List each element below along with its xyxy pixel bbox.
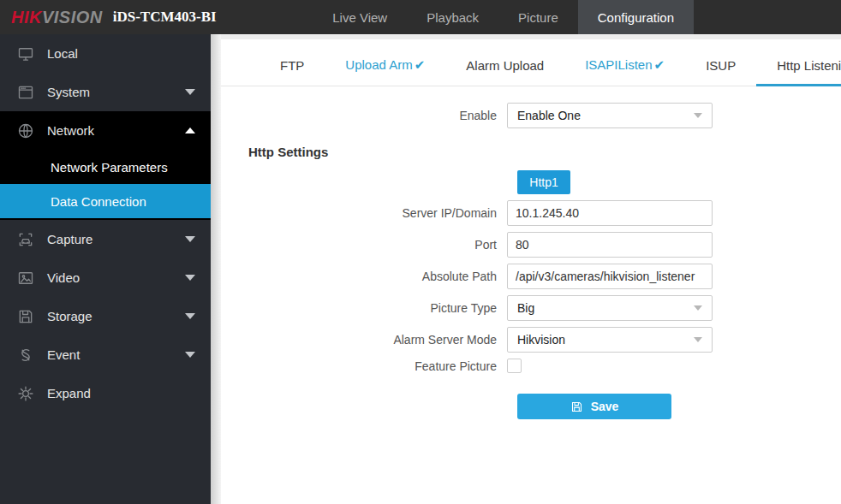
chevron-down-icon (694, 337, 702, 342)
tab-ftp[interactable]: FTP (259, 44, 325, 86)
feature-picture-checkbox[interactable] (507, 359, 522, 373)
monitor-icon (17, 45, 34, 62)
sidebar-item-event[interactable]: Event (0, 335, 211, 374)
chevron-down-icon (185, 313, 195, 319)
save-button-label: Save (591, 400, 619, 413)
picture-type-label: Picture Type (221, 301, 507, 315)
main-nav: Live View Playback Picture Configuration (313, 0, 694, 34)
tab-isup[interactable]: ISUP (685, 44, 756, 86)
sidebar-item-label: Local (47, 46, 78, 61)
port-label: Port (221, 238, 507, 252)
tab-upload-arm[interactable]: Upload Arm✔ (325, 44, 445, 86)
tab-http-listening[interactable]: Http Listening (756, 44, 841, 86)
window-icon (17, 84, 34, 101)
main-content: FTP Upload Arm✔ Alarm Upload ISAPIListen… (221, 34, 841, 504)
sidebar-item-label: Video (47, 270, 80, 285)
app-window: HIKVISION iDS-TCM403-BI Live View Playba… (0, 0, 841, 504)
save-icon (570, 400, 583, 413)
nav-configuration[interactable]: Configuration (578, 0, 694, 34)
gear-icon (17, 385, 34, 402)
chevron-down-icon (185, 275, 195, 281)
enable-label: Enable (221, 109, 507, 122)
hikvision-logo: HIKVISION (0, 0, 103, 34)
sidebar-item-label: Expand (47, 386, 91, 400)
picture-type-value: Big (517, 301, 534, 315)
section-title-http-settings: Http Settings (248, 145, 841, 159)
enable-select[interactable]: Enable One (507, 103, 713, 128)
port-input[interactable] (507, 232, 713, 258)
absolute-path-label: Absolute Path (221, 270, 507, 283)
sidebar-item-label: Network (47, 123, 94, 138)
picture-type-select[interactable]: Big (507, 295, 713, 321)
tab-isapilisten[interactable]: ISAPIListen✔ (564, 44, 685, 86)
sidebar-item-system[interactable]: System (0, 73, 211, 111)
save-button[interactable]: Save (517, 394, 671, 419)
alarm-server-mode-select[interactable]: Hikvision (507, 327, 713, 353)
sidebar: Local System Network Network Parameters (0, 34, 211, 504)
sidebar-item-network-parameters[interactable]: Network Parameters (0, 150, 211, 184)
sidebar-item-label: System (47, 85, 90, 99)
sidebar-item-video[interactable]: Video (0, 258, 211, 297)
sidebar-item-expand[interactable]: Expand (0, 374, 211, 412)
chevron-up-icon (185, 127, 195, 133)
server-ip-input[interactable] (507, 200, 713, 226)
check-icon: ✔ (415, 57, 426, 72)
enable-select-value: Enable One (517, 109, 581, 122)
vehicle-capture-icon (17, 231, 34, 248)
logo-vision: VISION (42, 8, 103, 27)
settings-tabs: FTP Upload Arm✔ Alarm Upload ISAPIListen… (221, 39, 841, 86)
image-icon (17, 270, 34, 287)
chevron-down-icon (185, 236, 195, 242)
logo-hik: HIK (11, 8, 42, 27)
content-panel: FTP Upload Arm✔ Alarm Upload ISAPIListen… (221, 39, 841, 504)
topbar: HIKVISION iDS-TCM403-BI Live View Playba… (0, 0, 841, 34)
sidebar-item-network[interactable]: Network (0, 111, 211, 150)
scrollbar[interactable] (211, 34, 221, 504)
globe-icon (17, 122, 34, 139)
alarm-server-mode-value: Hikvision (517, 333, 565, 347)
tab-alarm-upload[interactable]: Alarm Upload (445, 44, 564, 86)
nav-playback[interactable]: Playback (407, 0, 498, 34)
chevron-down-icon (185, 352, 195, 358)
floppy-disk-icon (17, 308, 34, 325)
http1-button[interactable]: Http1 (517, 170, 570, 194)
chevron-down-icon (694, 113, 702, 118)
chevron-down-icon (694, 305, 702, 311)
sidebar-item-label: Capture (47, 232, 92, 246)
http-listening-form: Enable Enable One Http Settings Http1 Se… (221, 86, 841, 419)
feature-picture-label: Feature Picture (221, 359, 507, 373)
server-ip-label: Server IP/Domain (221, 206, 507, 220)
alarm-server-mode-label: Alarm Server Mode (221, 333, 507, 347)
nav-live-view[interactable]: Live View (313, 0, 407, 34)
sidebar-item-storage[interactable]: Storage (0, 297, 211, 335)
absolute-path-input[interactable] (507, 264, 713, 289)
sidebar-group-network: Network Network Parameters Data Connecti… (0, 111, 211, 220)
sidebar-item-local[interactable]: Local (0, 34, 211, 73)
event-icon (17, 347, 34, 364)
device-name: iDS-TCM403-BI (113, 0, 217, 34)
sidebar-item-capture[interactable]: Capture (0, 220, 211, 258)
sidebar-item-label: Event (47, 347, 80, 362)
sidebar-item-data-connection[interactable]: Data Connection (0, 184, 211, 218)
nav-picture[interactable]: Picture (498, 0, 578, 34)
chevron-down-icon (185, 89, 195, 95)
check-icon: ✔ (654, 57, 665, 72)
sidebar-item-label: Storage (47, 309, 92, 323)
